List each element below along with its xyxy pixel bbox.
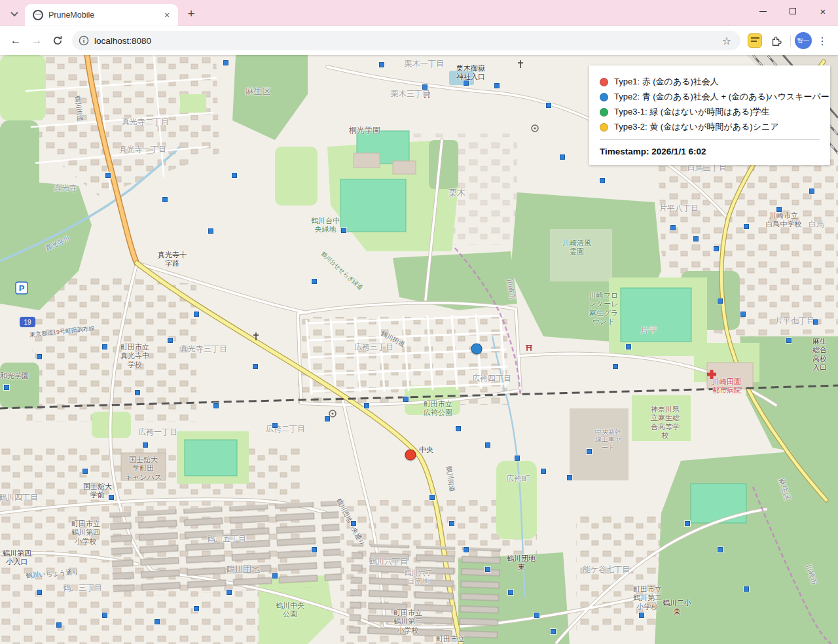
network-node[interactable] — [744, 224, 749, 229]
network-node[interactable] — [464, 547, 469, 552]
network-node[interactable] — [4, 385, 9, 390]
network-node[interactable] — [809, 188, 814, 194]
new-tab-button[interactable]: + — [182, 5, 200, 23]
network-node[interactable] — [325, 416, 330, 421]
legend-label: Type3-2: 黄 (金はないが時間がある)シニア — [614, 121, 779, 133]
network-node[interactable] — [613, 364, 618, 369]
network-node[interactable] — [740, 312, 746, 317]
network-node[interactable] — [639, 613, 644, 618]
browser-menu-button[interactable]: ⋮ — [812, 30, 833, 51]
tab-close-button[interactable]: × — [161, 9, 173, 21]
maximize-icon — [790, 8, 796, 14]
network-node[interactable] — [515, 456, 520, 461]
network-node[interactable] — [272, 423, 278, 428]
network-node[interactable] — [485, 442, 490, 448]
network-node[interactable] — [155, 619, 160, 624]
network-node[interactable] — [776, 207, 782, 212]
network-node[interactable] — [102, 344, 107, 349]
network-node[interactable] — [464, 80, 469, 86]
network-node[interactable] — [718, 298, 723, 304]
network-node[interactable] — [403, 397, 409, 402]
network-node[interactable] — [560, 154, 565, 160]
network-node[interactable] — [693, 236, 699, 241]
profile-avatar[interactable]: 智一 — [795, 32, 812, 49]
network-node[interactable] — [534, 613, 539, 618]
network-node[interactable] — [194, 606, 199, 611]
network-node[interactable] — [718, 547, 723, 552]
network-node[interactable] — [600, 178, 605, 183]
browser-tab[interactable]: PruneMobile × — [25, 4, 178, 26]
network-node[interactable] — [541, 469, 546, 474]
network-node[interactable] — [587, 449, 592, 454]
network-node[interactable] — [744, 586, 749, 592]
legend-dot-type1 — [600, 78, 608, 86]
network-node[interactable] — [626, 344, 631, 349]
network-node[interactable] — [813, 319, 818, 325]
network-node[interactable] — [102, 613, 107, 618]
window-maximize-button[interactable] — [778, 0, 808, 22]
network-node[interactable] — [685, 521, 690, 526]
network-node[interactable] — [546, 103, 551, 108]
network-node[interactable] — [194, 312, 199, 317]
network-node[interactable] — [364, 403, 369, 408]
network-node[interactable] — [213, 403, 219, 408]
network-node[interactable] — [670, 225, 676, 230]
legend-items: Type1: 赤 (金のある)社会人Type2: 青 (金のある)社会人 + (… — [600, 76, 820, 133]
window-controls: × — [748, 0, 838, 22]
network-node[interactable] — [494, 83, 500, 88]
legend-item: Type2: 青 (金のある)社会人 + (金のある)ハウスキーパー — [600, 91, 820, 103]
url-text[interactable]: localhost:8080 — [94, 36, 720, 46]
network-node[interactable] — [714, 246, 719, 251]
map-container[interactable]: P 19 栗木一丁目栗木御嶽 神社入口栗木三丁目麻生区真光寺二丁目真光寺一丁目桐… — [0, 55, 838, 644]
network-node[interactable] — [422, 84, 428, 90]
network-node[interactable] — [162, 197, 168, 202]
extensions-button[interactable] — [765, 30, 786, 51]
bookmark-star-icon[interactable]: ☆ — [720, 35, 734, 47]
agent-marker-type2-blue[interactable] — [471, 344, 483, 355]
site-info-icon[interactable] — [79, 35, 89, 46]
legend-item: Type1: 赤 (金のある)社会人 — [600, 76, 820, 88]
network-node[interactable] — [223, 60, 228, 65]
network-node[interactable] — [786, 338, 792, 343]
network-node[interactable] — [429, 495, 435, 500]
extension-yellow-icon[interactable] — [748, 33, 762, 48]
network-node[interactable] — [208, 228, 213, 234]
window-minimize-button[interactable] — [748, 0, 778, 22]
agent-marker-type1-red[interactable] — [405, 450, 416, 461]
omnibox[interactable]: localhost:8080 ☆ — [72, 31, 740, 50]
tab-search-button[interactable] — [5, 5, 24, 23]
network-node[interactable] — [508, 590, 513, 595]
network-node[interactable] — [351, 521, 356, 526]
network-node[interactable] — [82, 469, 88, 474]
window-close-button[interactable]: × — [808, 0, 838, 22]
network-node[interactable] — [143, 442, 148, 448]
network-node[interactable] — [456, 426, 461, 431]
network-node[interactable] — [56, 622, 62, 628]
network-node[interactable] — [449, 521, 454, 526]
back-button[interactable]: ← — [5, 30, 26, 51]
network-node[interactable] — [135, 390, 140, 395]
network-node[interactable] — [312, 547, 317, 552]
tab-strip: PruneMobile × + × — [0, 0, 838, 26]
network-node[interactable] — [37, 590, 42, 595]
network-node[interactable] — [567, 475, 572, 480]
network-node[interactable] — [379, 62, 384, 67]
network-node[interactable] — [105, 173, 111, 178]
reload-button[interactable] — [47, 30, 68, 51]
network-node[interactable] — [272, 573, 278, 579]
forward-button[interactable]: → — [26, 30, 47, 51]
network-node[interactable] — [253, 364, 258, 369]
network-node[interactable] — [232, 173, 237, 178]
network-node[interactable] — [227, 590, 232, 595]
tab-title: PruneMobile — [48, 10, 161, 20]
network-node[interactable] — [168, 338, 173, 343]
legend-dot-type2 — [600, 93, 608, 101]
legend-item: Type3-1: 緑 (金はないが時間はある)学生 — [600, 106, 820, 118]
network-node[interactable] — [109, 495, 114, 500]
puzzle-piece-icon — [770, 35, 782, 46]
network-node[interactable] — [312, 279, 317, 284]
network-node[interactable] — [551, 629, 556, 634]
network-node[interactable] — [485, 567, 490, 572]
network-node[interactable] — [37, 354, 42, 359]
network-node[interactable] — [341, 228, 346, 233]
